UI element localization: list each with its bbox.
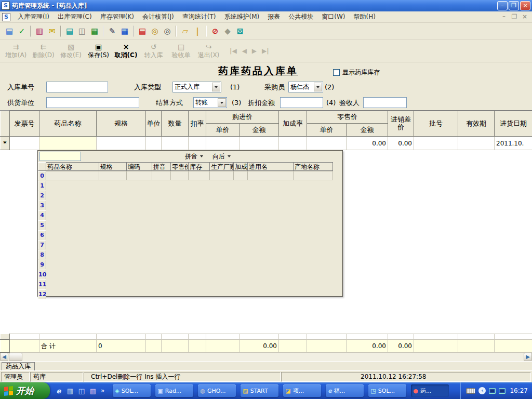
lookup-cell[interactable]: [99, 171, 127, 180]
taskbar-app-button[interactable]: ◍ GHO...: [198, 384, 236, 397]
separator-icon[interactable]: [60, 25, 61, 37]
cell-price-diff[interactable]: 0.00: [388, 137, 414, 150]
nav-arrow-button[interactable]: ▶: [252, 47, 257, 55]
lookup-row-number[interactable]: 5: [38, 220, 46, 230]
lookup-row-number[interactable]: 10: [38, 270, 46, 279]
ie-icon[interactable]: e: [54, 385, 63, 396]
taskbar-app-button[interactable]: ◪ 项...: [283, 384, 321, 397]
lookup-cell[interactable]: [294, 171, 333, 180]
scroll-right-button[interactable]: ▶: [524, 353, 532, 361]
lookup-row-number[interactable]: 11: [38, 280, 46, 289]
taskbar-app-button[interactable]: ▣ Rad...: [155, 384, 193, 397]
verify-sheet-icon[interactable]: ✓: [16, 25, 28, 37]
cell-purchase-amount[interactable]: [240, 137, 279, 150]
lookup-cell[interactable]: [234, 171, 248, 180]
menu-item[interactable]: 出库管理(C): [54, 11, 96, 23]
settle-select[interactable]: 转账: [193, 97, 227, 108]
cell-batch[interactable]: [414, 137, 458, 150]
cell-spec[interactable]: [97, 137, 146, 150]
lookup-search-input[interactable]: [39, 152, 81, 161]
minimize-button[interactable]: –: [497, 1, 508, 10]
lookup-first-row[interactable]: [46, 171, 333, 180]
folder-open-icon[interactable]: ▱: [179, 25, 191, 37]
write-note-icon[interactable]: ✎: [106, 25, 118, 37]
discount-field[interactable]: [280, 97, 323, 108]
table-grid-icon[interactable]: ▦: [118, 25, 131, 37]
nav-arrow-button[interactable]: ◀: [242, 47, 247, 55]
receipt-button[interactable]: ▤ 验收单: [167, 41, 195, 61]
clipboard-out-icon[interactable]: ▥: [33, 25, 46, 37]
cell-retail-unit-price[interactable]: [307, 137, 347, 150]
lookup-row-number[interactable]: 3: [38, 201, 46, 210]
tab-drug-entry[interactable]: 药品入库: [2, 362, 35, 370]
delete-button[interactable]: ⇇ 删除(D): [30, 41, 57, 61]
nav-arrow-button[interactable]: |◀: [230, 47, 237, 55]
taskbar-app-button[interactable]: ● 药...: [411, 384, 449, 397]
taskbar-app-button[interactable]: ▨ START: [241, 384, 278, 397]
separator-icon[interactable]: [30, 25, 31, 37]
checkbox-icon[interactable]: [333, 69, 340, 76]
cell-markup-rate[interactable]: [279, 137, 307, 150]
cell-purchase-unit-price[interactable]: [206, 137, 240, 150]
lookup-direction-select[interactable]: 向后: [212, 152, 231, 161]
restore-button[interactable]: ❐: [509, 1, 519, 10]
separator-icon[interactable]: [103, 25, 104, 37]
cell-discount-rate[interactable]: [189, 137, 206, 150]
search-icon[interactable]: ◎: [161, 25, 174, 37]
envelope-check-icon[interactable]: ✉: [46, 25, 58, 37]
menu-item[interactable]: 会计核算(J): [138, 11, 178, 23]
cell-invoice[interactable]: [10, 137, 39, 150]
lookup-row-number[interactable]: 7: [38, 240, 46, 249]
archive-icon[interactable]: ▥: [88, 385, 98, 396]
quick-launch-more-chevron[interactable]: »: [101, 387, 104, 394]
transfer-button[interactable]: ↺ 转入库: [140, 41, 167, 61]
menu-item[interactable]: 公共模块: [284, 11, 317, 23]
lookup-mode-select[interactable]: 拼音: [185, 152, 203, 161]
stamp-icon[interactable]: ◆: [221, 25, 234, 37]
menu-item[interactable]: 入库管理(I): [14, 11, 54, 23]
thermometer-icon[interactable]: |: [191, 25, 204, 37]
cell-qty[interactable]: [162, 137, 189, 150]
keyboard-icon[interactable]: [466, 388, 475, 394]
chevron-down-icon[interactable]: [218, 98, 226, 107]
lookup-row-number[interactable]: 1: [38, 181, 46, 190]
clipboard-icon[interactable]: ▤: [63, 25, 76, 37]
lookup-cell[interactable]: [210, 171, 234, 180]
lookup-cell[interactable]: [189, 171, 210, 180]
cell-unit[interactable]: [146, 137, 162, 150]
entry-type-select[interactable]: 正式入库: [172, 82, 221, 92]
horizontal-scrollbar[interactable]: ◀ ▶: [0, 353, 532, 361]
separator-icon[interactable]: [133, 25, 134, 37]
chevron-down-icon[interactable]: [314, 83, 322, 91]
lookup-cell[interactable]: [248, 171, 294, 180]
menu-item[interactable]: 系统维护(M): [220, 11, 264, 23]
show-stock-checkbox[interactable]: 显示药库库存: [333, 68, 380, 77]
separator-icon[interactable]: [176, 25, 177, 37]
lookup-row-number[interactable]: 8: [38, 250, 46, 259]
network-icon[interactable]: [489, 388, 496, 394]
close-grid-icon[interactable]: ⊠: [234, 25, 246, 37]
lookup-row-number[interactable]: 4: [38, 210, 46, 220]
lookup-row-number[interactable]: 9: [38, 260, 46, 269]
mdi-close-button[interactable]: ×: [521, 13, 529, 20]
taskbar-app-button[interactable]: ◳ SQL...: [368, 384, 406, 397]
menu-item[interactable]: 帮助(H): [349, 11, 379, 23]
ie-doc-icon[interactable]: ◫: [77, 385, 86, 396]
media-icon[interactable]: ▦: [65, 385, 75, 396]
lookup-row-number[interactable]: 2: [38, 191, 46, 200]
table-edit-icon[interactable]: ◫: [76, 25, 88, 37]
order-no-field[interactable]: [46, 82, 108, 92]
taskbar-app-button[interactable]: ◈ SQL...: [113, 384, 151, 397]
inspector-field[interactable]: [363, 97, 407, 108]
cell-retail-amount[interactable]: 0.00: [347, 137, 388, 150]
menu-item[interactable]: 窗口(W): [317, 11, 349, 23]
scrollbar-thumb[interactable]: [9, 353, 22, 361]
calculator-icon[interactable]: ▦: [88, 25, 101, 37]
tray-chevron-icon[interactable]: ‹: [478, 387, 486, 394]
menu-item[interactable]: 库存管理(K): [96, 11, 138, 23]
lookup-cell[interactable]: [171, 171, 189, 180]
lookup-row-number[interactable]: 0: [38, 171, 46, 180]
cancel-button[interactable]: × 取消(C): [112, 41, 140, 61]
forbidden-icon[interactable]: ⊘: [209, 25, 221, 37]
menu-item[interactable]: 查询统计(T): [178, 11, 220, 23]
